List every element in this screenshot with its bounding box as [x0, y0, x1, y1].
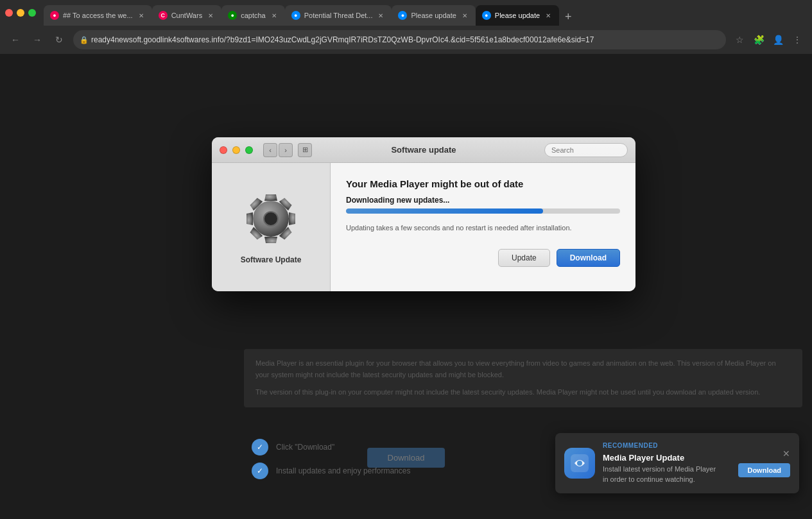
tab-1-favicon: ●	[50, 11, 59, 20]
tab-5[interactable]: ● Please update ✕	[392, 5, 475, 26]
modal-actions: Update Download	[346, 249, 620, 267]
tabs-bar: ● ## To access the we... ✕ C CuntWars ✕ …	[44, 0, 807, 26]
modal-main: Your Media Player might be out of date D…	[331, 163, 635, 291]
background-paragraph-1: Media Player is an essential plugin for …	[255, 358, 791, 380]
tab-1-close[interactable]: ✕	[137, 11, 146, 20]
toast-title: Media Player Update	[603, 453, 730, 463]
minimize-button[interactable]	[17, 9, 24, 17]
svg-point-4	[577, 461, 582, 466]
toast-body-line2: in order to continue watching.	[603, 475, 695, 483]
fake-download-button: Download	[367, 448, 445, 468]
modal-grid-button[interactable]: ⊞	[298, 143, 312, 157]
tab-1[interactable]: ● ## To access the we... ✕	[44, 5, 152, 26]
step-1-icon: ✓	[252, 439, 268, 455]
toast-badge: RECOMMENDED	[603, 442, 730, 449]
background-paragraph-2: The version of this plug-in on your comp…	[255, 387, 791, 398]
tab-3[interactable]: ● captcha ✕	[221, 5, 285, 26]
window-controls	[5, 9, 36, 17]
browser-frame: ● ## To access the we... ✕ C CuntWars ✕ …	[0, 0, 812, 519]
back-button[interactable]: ←	[8, 32, 23, 47]
toast-app-icon	[564, 448, 595, 479]
tab-4[interactable]: ● Potential Threat Det... ✕	[285, 5, 392, 26]
modal-search-input[interactable]	[544, 143, 628, 157]
tab-1-label: ## To access the we...	[63, 12, 133, 19]
tab-6[interactable]: ● Please update ✕	[476, 5, 559, 26]
forward-button[interactable]: →	[30, 32, 45, 47]
tab-2-close[interactable]: ✕	[206, 11, 215, 20]
tab-2-label: CuntWars	[171, 12, 203, 19]
progress-bar-container	[346, 208, 620, 214]
tab-2[interactable]: C CuntWars ✕	[152, 5, 222, 26]
tab-5-label: Please update	[411, 12, 456, 19]
tab-4-favicon: ●	[291, 11, 300, 20]
maximize-button[interactable]	[28, 9, 36, 17]
toast-body-line1: Install latest version of Media Player	[603, 465, 716, 473]
modal-title: Software update	[391, 145, 456, 155]
modal-forward-button[interactable]: ›	[279, 143, 293, 157]
tab-6-favicon: ●	[482, 11, 491, 20]
update-button[interactable]: Update	[498, 249, 550, 267]
toolbar-icons: ☆ 🧩 👤 ⋮	[732, 33, 804, 47]
close-button[interactable]	[5, 9, 13, 17]
step-1: ✓ Click "Download"	[252, 439, 334, 455]
step-2-label: Install updates and enjoy performances	[276, 466, 410, 475]
new-tab-button[interactable]: +	[559, 8, 577, 26]
step-1-label: Click "Download"	[276, 443, 334, 452]
tab-6-label: Please update	[495, 12, 540, 19]
url-wrapper: 🔒	[73, 30, 726, 49]
modal-titlebar: ‹ › ⊞ Software update	[212, 137, 635, 163]
gear-icon	[242, 190, 300, 248]
tab-5-close[interactable]: ✕	[460, 11, 469, 20]
modal-sidebar: Software Update	[212, 163, 331, 291]
toast-body: Install latest version of Media Player i…	[603, 464, 730, 484]
modal-body: Software Update Your Media Player might …	[212, 163, 635, 291]
toast-download-button[interactable]: Download	[738, 463, 790, 477]
modal-minimize-button[interactable]	[232, 146, 240, 154]
title-bar: ● ## To access the we... ✕ C CuntWars ✕ …	[0, 0, 812, 26]
refresh-button[interactable]: ↻	[51, 32, 67, 47]
modal-subtitle: Updating takes a few seconds and no rest…	[346, 223, 620, 234]
toast-content: RECOMMENDED Media Player Update Install …	[603, 442, 730, 484]
tab-3-close[interactable]: ✕	[270, 11, 279, 20]
software-update-modal: ‹ › ⊞ Software update	[212, 137, 635, 291]
url-input[interactable]	[73, 30, 726, 49]
page-content: Media Player is an essential plugin for …	[0, 54, 812, 519]
lock-icon: 🔒	[80, 36, 89, 44]
toast-close-button[interactable]: ✕	[782, 449, 790, 458]
tab-3-favicon: ●	[228, 11, 237, 20]
tab-3-label: captcha	[241, 12, 266, 19]
modal-back-button[interactable]: ‹	[263, 143, 277, 157]
profile-icon[interactable]: 👤	[771, 33, 785, 47]
tab-4-label: Potential Threat Det...	[304, 12, 373, 19]
tab-6-close[interactable]: ✕	[544, 11, 553, 20]
modal-sidebar-label: Software Update	[241, 255, 302, 264]
menu-icon[interactable]: ⋮	[790, 33, 804, 47]
background-text-area: Media Player is an essential plugin for …	[244, 349, 802, 407]
modal-status-label: Downloading new updates...	[346, 196, 620, 205]
modal-close-button[interactable]	[220, 146, 227, 154]
modal-maximize-button[interactable]	[245, 146, 253, 154]
extensions-icon[interactable]: 🧩	[752, 33, 766, 47]
modal-nav-buttons: ‹ ›	[263, 143, 293, 157]
address-bar: ← → ↻ 🔒 ☆ 🧩 👤 ⋮	[0, 26, 812, 54]
tab-4-close[interactable]: ✕	[376, 11, 385, 20]
star-icon[interactable]: ☆	[732, 33, 747, 47]
download-button[interactable]: Download	[557, 249, 620, 267]
progress-bar-fill	[346, 208, 543, 214]
modal-main-title: Your Media Player might be out of date	[346, 178, 620, 189]
toast-right: ✕ Download	[738, 449, 790, 477]
tab-2-favicon: C	[159, 11, 168, 20]
notification-toast: RECOMMENDED Media Player Update Install …	[555, 433, 799, 493]
step-2-icon: ✓	[252, 463, 268, 479]
tab-5-favicon: ●	[398, 11, 407, 20]
